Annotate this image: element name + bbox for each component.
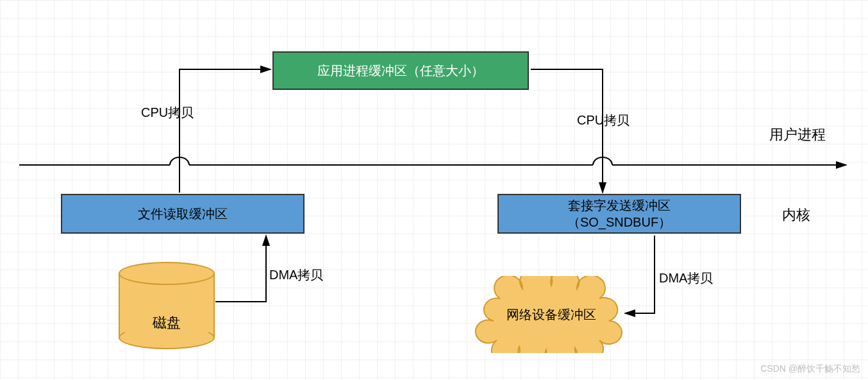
socket-send-buffer-box: 套接字发送缓冲区 （SO_SNDBUF）: [497, 194, 741, 234]
network-cloud-shape: 网络设备缓冲区: [474, 276, 628, 353]
dma-copy-label-right: DMA拷贝: [659, 270, 713, 287]
watermark-text: CSDN @醉饮千觞不知愁: [760, 363, 860, 375]
dma-copy-label-left: DMA拷贝: [269, 266, 323, 284]
app-buffer-box: 应用进程缓冲区（任意大小）: [272, 51, 529, 90]
network-cloud-label: 网络设备缓冲区: [506, 306, 596, 324]
socket-send-buffer-label-1: 套接字发送缓冲区: [568, 197, 671, 214]
cpu-copy-label-right: CPU拷贝: [577, 112, 630, 129]
file-read-buffer-label: 文件读取缓冲区: [138, 205, 228, 222]
disk-label: 磁盘: [119, 313, 215, 332]
file-read-buffer-box: 文件读取缓冲区: [61, 194, 305, 234]
user-process-label: 用户进程: [769, 125, 826, 144]
socket-send-buffer-label-2: （SO_SNDBUF）: [567, 214, 671, 230]
kernel-label: 内核: [782, 205, 810, 225]
cpu-copy-label-left: CPU拷贝: [141, 104, 194, 121]
app-buffer-label: 应用进程缓冲区（任意大小）: [317, 62, 484, 79]
disk-shape: 磁盘: [119, 262, 215, 349]
